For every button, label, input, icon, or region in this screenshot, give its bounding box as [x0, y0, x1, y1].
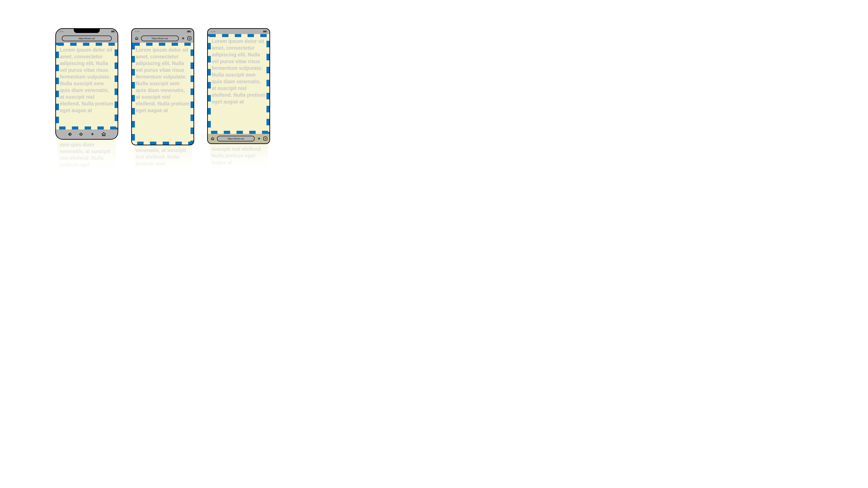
address-bar[interactable]: https://bram.us/ — [217, 136, 255, 141]
device-notch — [74, 28, 100, 33]
home-icon — [101, 132, 106, 137]
status-bar: 11:45 — [208, 29, 270, 34]
tabs-count: 5 — [265, 137, 266, 140]
home-button[interactable] — [101, 132, 106, 137]
plus-icon: + — [91, 132, 94, 137]
new-tab-button[interactable]: + — [256, 136, 261, 141]
overflow-reflection: sem quis diam venenatis, at suscipit nis… — [58, 140, 116, 177]
back-button[interactable] — [67, 132, 72, 137]
status-time: 11:45 — [211, 30, 215, 33]
home-button[interactable] — [134, 36, 139, 41]
arrow-right-icon — [79, 132, 84, 137]
home-icon — [135, 36, 138, 40]
url-text: https://bram.us/ — [152, 37, 168, 40]
phone-mockup-c: 11:45 Lorem ipsum dolor sit amet, consec… — [207, 28, 270, 144]
overflow-text: suscipit nisl eleifend. Nulla pretium eg… — [212, 146, 266, 166]
battery-icon — [263, 31, 267, 33]
browser-viewport: Lorem ipsum dolor sit amet, consectetur … — [132, 43, 193, 145]
browser-top-toolbar: https://bram.us/ + 5 — [132, 34, 193, 43]
diagram-stage: 11:45 https://bram.us/ Lorem ipsum dolor… — [0, 0, 326, 145]
status-time: 11:45 — [134, 30, 140, 33]
overflow-reflection: suscipit nisl eleifend. Nulla pretium eg… — [209, 144, 268, 174]
page-body-text: Lorem ipsum dolor sit amet, consectetur … — [132, 43, 193, 114]
browser-viewport: Lorem ipsum dolor sit amet, consectetur … — [208, 34, 270, 134]
new-tab-button[interactable]: + — [181, 36, 186, 41]
phone-mockup-a: 11:45 https://bram.us/ Lorem ipsum dolor… — [55, 28, 118, 140]
url-text: https://bram.us/ — [227, 137, 244, 140]
status-bar: 11:45 — [132, 29, 193, 34]
browser-top-toolbar: https://bram.us/ — [56, 34, 118, 43]
overflow-reflection: venenatis, at suscipit nisl eleifend. Nu… — [133, 145, 192, 176]
tabs-button[interactable]: 5 — [264, 137, 267, 140]
browser-viewport: Lorem ipsum dolor sit amet, consectetur … — [56, 43, 118, 129]
overflow-text: venenatis, at suscipit nisl eleifend. Nu… — [135, 147, 190, 167]
browser-bottom-toolbar: + — [56, 129, 118, 139]
browser-bottom-toolbar: https://bram.us/ + 5 — [208, 134, 270, 143]
status-time: 11:45 — [59, 30, 64, 33]
new-tab-button[interactable]: + — [90, 132, 95, 137]
page-body-text: Lorem ipsum dolor sit amet, consectetur … — [56, 43, 118, 114]
overflow-text: sem quis diam venenatis, at suscipit nis… — [60, 141, 114, 168]
home-icon — [211, 137, 215, 140]
address-bar[interactable]: https://bram.us/ — [141, 36, 179, 41]
tabs-button[interactable]: 5 — [187, 36, 191, 40]
svg-marker-2 — [80, 133, 83, 136]
battery-icon — [111, 31, 115, 33]
forward-button[interactable] — [79, 132, 84, 137]
address-bar[interactable]: https://bram.us/ — [62, 36, 112, 41]
url-text: https://bram.us/ — [79, 37, 95, 40]
plus-icon: + — [258, 136, 260, 141]
page-body-text: Lorem ipsum dolor sit amet, consectetur … — [208, 34, 270, 105]
plus-icon: + — [182, 36, 184, 40]
tabs-count: 5 — [189, 37, 190, 39]
battery-icon — [187, 31, 191, 33]
phone-mockup-b: 11:45 https://bram.us/ + 5 — [131, 28, 194, 145]
arrow-left-icon — [67, 132, 72, 137]
home-button[interactable] — [210, 136, 215, 141]
